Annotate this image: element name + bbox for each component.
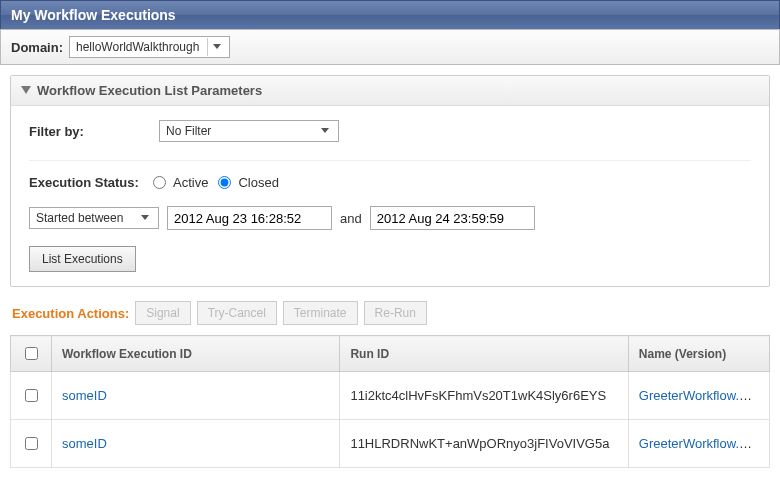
filter-select[interactable]: No Filter xyxy=(159,120,339,142)
list-executions-button[interactable]: List Executions xyxy=(29,246,136,272)
status-active-radio[interactable] xyxy=(153,176,166,189)
header-workflow-id[interactable]: Workflow Execution ID xyxy=(52,336,340,372)
end-datetime-input[interactable] xyxy=(370,206,535,230)
terminate-button: Terminate xyxy=(283,301,358,325)
status-closed-label: Closed xyxy=(238,175,278,190)
parameters-panel-header[interactable]: Workflow Execution List Parameters xyxy=(11,76,769,106)
status-closed-radio[interactable] xyxy=(218,176,231,189)
filter-by-label: Filter by: xyxy=(29,124,149,139)
workflow-name-link[interactable]: GreeterWorkflow.greet (1.0) xyxy=(639,436,770,451)
range-mode-select[interactable]: Started between xyxy=(29,207,159,229)
filter-select-value: No Filter xyxy=(166,124,316,138)
run-id-value: 11HLRDRNwKT+anWpORnyo3jFIVoVIVG5a xyxy=(350,436,609,451)
table-row: someID 11HLRDRNwKT+anWpORnyo3jFIVoVIVG5a… xyxy=(11,420,770,468)
chevron-down-icon xyxy=(316,122,334,140)
collapse-icon xyxy=(21,86,31,96)
parameters-title: Workflow Execution List Parameters xyxy=(37,83,262,98)
execution-status-label: Execution Status: xyxy=(29,175,149,190)
header-name[interactable]: Name (Version) xyxy=(628,336,769,372)
start-datetime-input[interactable] xyxy=(167,206,332,230)
divider xyxy=(29,160,751,161)
svg-marker-2 xyxy=(321,128,329,133)
try-cancel-button: Try-Cancel xyxy=(197,301,277,325)
workflow-id-link[interactable]: someID xyxy=(62,436,107,451)
svg-marker-0 xyxy=(213,44,221,49)
domain-select[interactable]: helloWorldWalkthrough xyxy=(69,36,230,58)
select-all-header xyxy=(11,336,52,372)
header-run-id[interactable]: Run ID xyxy=(340,336,628,372)
chevron-down-icon xyxy=(136,209,154,227)
svg-marker-3 xyxy=(141,215,149,220)
row-checkbox[interactable] xyxy=(25,437,38,450)
rerun-button: Re-Run xyxy=(364,301,427,325)
execution-actions: Execution Actions: Signal Try-Cancel Ter… xyxy=(10,299,770,335)
table-row: someID 11i2ktc4clHvFsKFhmVs20T1wK4Sly6r6… xyxy=(11,372,770,420)
range-mode-value: Started between xyxy=(36,211,136,225)
execution-actions-label: Execution Actions: xyxy=(12,306,129,321)
domain-select-value: helloWorldWalkthrough xyxy=(76,40,207,54)
row-checkbox[interactable] xyxy=(25,389,38,402)
workflow-name-link[interactable]: GreeterWorkflow.greet (1.0) xyxy=(639,388,770,403)
svg-marker-1 xyxy=(21,86,31,94)
status-active-label: Active xyxy=(173,175,208,190)
signal-button: Signal xyxy=(135,301,190,325)
chevron-down-icon xyxy=(207,38,225,56)
page-title-text: My Workflow Executions xyxy=(11,7,176,23)
workflow-id-link[interactable]: someID xyxy=(62,388,107,403)
executions-table: Workflow Execution ID Run ID Name (Versi… xyxy=(10,335,770,468)
domain-label: Domain: xyxy=(11,40,63,55)
page-title: My Workflow Executions xyxy=(0,0,780,29)
and-label: and xyxy=(340,211,362,226)
parameters-panel: Workflow Execution List Parameters Filte… xyxy=(10,75,770,287)
select-all-checkbox[interactable] xyxy=(25,347,38,360)
run-id-value: 11i2ktc4clHvFsKFhmVs20T1wK4Sly6r6EYS xyxy=(350,388,606,403)
domain-bar: Domain: helloWorldWalkthrough xyxy=(0,29,780,65)
